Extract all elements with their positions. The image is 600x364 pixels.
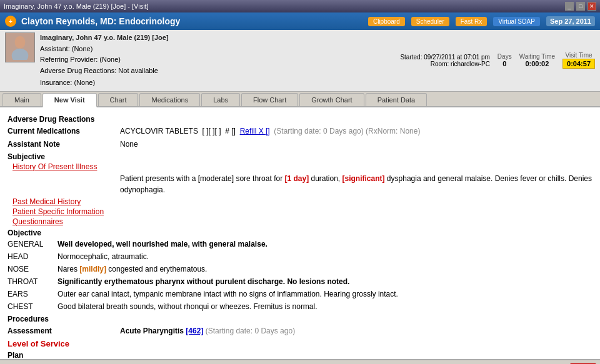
tab-labs[interactable]: Labs	[201, 93, 240, 106]
obj-nose-row: NOSE Nares [mildly] congested and erythe…	[8, 263, 592, 275]
patient-assistant: Assistant: (None)	[40, 44, 395, 55]
history-text: Patient presents with a [moderate] sore …	[120, 173, 592, 195]
visit-time-value: 0:04:57	[562, 59, 595, 69]
tab-flow-chart[interactable]: Flow Chart	[241, 93, 298, 106]
patient-referring: Referring Provider: (None)	[40, 54, 395, 66]
virtual-soap-button[interactable]: Virtual SOAP	[493, 17, 540, 26]
visit-time-label: Visit Time	[562, 52, 595, 59]
room-label: Room:	[431, 61, 449, 67]
maximize-button[interactable]: □	[576, 2, 585, 11]
waiting-time-value: 0:00:02	[519, 60, 555, 67]
history-text-middle: duration,	[309, 174, 342, 183]
obj-general-value: Well developed, well nourished male, wit…	[58, 239, 592, 250]
title-bar-text: Imaginary, John 47 y.o. Male (219) [Joe]…	[4, 2, 149, 10]
started-label: Started:	[400, 54, 422, 61]
clipboard-button[interactable]: Clipboard	[368, 17, 405, 26]
svg-point-1	[12, 49, 29, 60]
tab-patient-data[interactable]: Patient Data	[366, 93, 428, 106]
obj-chest-row: CHEST Good bilateral breath sounds, with…	[8, 301, 592, 312]
obj-throat-row: THROAT Significantly erythematous pharyn…	[8, 276, 592, 287]
tab-new-visit[interactable]: New Visit	[42, 93, 97, 107]
title-bar: Imaginary, John 47 y.o. Male (219) [Joe]…	[0, 0, 600, 12]
days-stat: Days 0	[498, 53, 512, 67]
subjective-heading: Subjective	[8, 152, 592, 161]
assistant-note-label: Assistant Note	[8, 139, 120, 150]
obj-throat-value: Significantly erythematous pharynx witho…	[58, 276, 592, 287]
obj-chest-label: CHEST	[8, 301, 58, 312]
started-value: 09/27/2011 at 07:01 pm	[424, 54, 490, 61]
obj-head-value: Normocephalic, atraumatic.	[58, 251, 592, 262]
current-medications-row: Current Medications ACYCLOVIR TABLETS [ …	[8, 125, 592, 137]
tab-main[interactable]: Main	[2, 93, 41, 106]
questionnaires-link[interactable]: Questionnaires	[12, 217, 592, 226]
date-badge: Sep 27, 2011	[546, 16, 595, 26]
assessment-text: Acute Pharyngitis	[120, 327, 186, 335]
bottom-bar: Temporary Exit Dictation Multiple Assess…	[0, 359, 600, 364]
refill-link[interactable]: Refill X []	[240, 127, 270, 135]
history-text-row: Patient presents with a [moderate] sore …	[8, 173, 592, 195]
assessment-label: Assessment	[8, 325, 120, 337]
adverse-drug-reactions-heading: Adverse Drug Reactions	[8, 115, 592, 124]
obj-head-label: HEAD	[8, 251, 58, 262]
tab-medications[interactable]: Medications	[139, 93, 200, 106]
patient-name: Imaginary, John 47 y.o. Male (219) [Joe]	[40, 32, 395, 44]
tab-growth-chart[interactable]: Growth Chart	[299, 93, 364, 106]
days-label: Days	[498, 53, 512, 60]
obj-ears-row: EARS Outer ear canal intact, tympanic me…	[8, 288, 592, 300]
patient-info: Imaginary, John 47 y.o. Male (219) [Joe]…	[40, 32, 395, 89]
fast-rx-button[interactable]: Fast Rx	[456, 17, 487, 26]
obj-chest-value: Good bilateral breath sounds, without rh…	[58, 301, 592, 312]
obj-general-row: GENERAL Well developed, well nourished m…	[8, 239, 592, 250]
window-controls[interactable]: _ □ ✕	[565, 2, 596, 11]
room-value: richardlow-PC	[451, 61, 490, 67]
history-of-present-illness-link[interactable]: History Of Present Illness	[12, 162, 592, 171]
duration-highlight: [1 day]	[284, 174, 309, 183]
assessment-row: Assessment Acute Pharyngitis [462] (Star…	[8, 325, 592, 337]
patient-specific-link[interactable]: Patient Specific Information	[12, 207, 592, 216]
patient-adr: Adverse Drug Reactions: Not available	[40, 66, 395, 77]
header-buttons: Clipboard Scheduler Fast Rx Virtual SOAP…	[368, 16, 595, 26]
provider-name: Clayton Reynolds, MD: Endocrinology	[21, 16, 180, 26]
scheduler-button[interactable]: Scheduler	[411, 17, 449, 26]
procedures-heading: Procedures	[8, 315, 592, 323]
significant-highlight: [significant]	[342, 174, 385, 183]
visit-time-stat: Visit Time 0:04:57	[562, 52, 595, 69]
header-bar: + Clayton Reynolds, MD: Endocrinology Cl…	[0, 12, 600, 30]
history-text-prefix: Patient presents with a [moderate] sore …	[120, 174, 284, 183]
assessment-code[interactable]: [462]	[186, 327, 203, 335]
level-of-service-heading: Level of Service	[8, 339, 592, 348]
app-logo: +	[5, 16, 16, 27]
assessment-date: (Starting date: 0 Days ago)	[206, 327, 295, 335]
obj-throat-label: THROAT	[8, 276, 58, 287]
close-button[interactable]: ✕	[588, 2, 596, 11]
started-info: Started: 09/27/2011 at 07:01 pm Room: ri…	[400, 54, 489, 67]
minimize-button[interactable]: _	[565, 2, 574, 11]
obj-nose-value: Nares [mildly] congested and erythematou…	[58, 263, 592, 275]
objective-heading: Objective	[8, 229, 592, 237]
plan-heading: Plan	[8, 351, 592, 359]
assessment-value: Acute Pharyngitis [462] (Starting date: …	[120, 325, 592, 337]
current-medications-value: ACYCLOVIR TABLETS [ ][ ][ ] # [] Refill …	[120, 125, 592, 137]
obj-ears-value: Outer ear canal intact, tympanic membran…	[58, 288, 592, 300]
obj-general-label: GENERAL	[8, 239, 58, 250]
obj-ears-label: EARS	[8, 288, 58, 300]
days-value: 0	[498, 60, 512, 67]
patient-bar: Imaginary, John 47 y.o. Male (219) [Joe]…	[0, 30, 600, 92]
assistant-note-value: None	[120, 139, 592, 150]
visit-stats: Started: 09/27/2011 at 07:01 pm Room: ri…	[400, 32, 595, 89]
mildly-highlight: [mildly]	[79, 265, 106, 273]
svg-point-0	[15, 36, 26, 49]
content-area: Adverse Drug Reactions Current Medicatio…	[0, 107, 600, 359]
insurance-info: Insurance: (None)	[40, 77, 395, 89]
waiting-time-label: Waiting Time	[519, 53, 555, 60]
tab-chart[interactable]: Chart	[98, 93, 139, 106]
tab-bar: Main New Visit Chart Medications Labs Fl…	[0, 92, 600, 107]
past-medical-history-link[interactable]: Past Medical History	[12, 197, 592, 206]
assistant-note-row: Assistant Note None	[8, 139, 592, 150]
obj-head-row: HEAD Normocephalic, atraumatic.	[8, 251, 592, 262]
patient-avatar	[5, 32, 35, 62]
current-medications-label: Current Medications	[8, 125, 120, 137]
obj-nose-label: NOSE	[8, 263, 58, 275]
waiting-time-stat: Waiting Time 0:00:02	[519, 53, 555, 67]
